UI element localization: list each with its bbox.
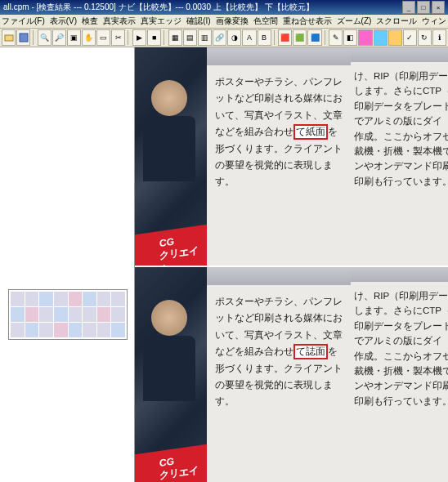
menu-zoom[interactable]: ズーム(Z) xyxy=(337,16,372,27)
menu-trueedge[interactable]: 真実エッジ xyxy=(141,16,181,27)
thumbnail-overview[interactable] xyxy=(8,289,128,340)
titlebar: all.cpm - [検査結果 --- 0.12500] ナビ【比較先】--- … xyxy=(0,0,448,15)
tool-fit-icon[interactable]: ▣ xyxy=(67,29,81,46)
tool-layer1-icon[interactable]: ▤ xyxy=(183,29,197,46)
tool-sync-icon[interactable]: 🔗 xyxy=(213,29,226,46)
menu-colorspace[interactable]: 色空間 xyxy=(253,16,278,27)
tool-save-icon[interactable] xyxy=(16,29,30,46)
tool-stop-icon[interactable]: ■ xyxy=(147,29,161,46)
tool-info-icon[interactable]: ℹ xyxy=(432,29,446,46)
tool-color1-icon[interactable] xyxy=(358,29,372,46)
compare-pane: CG クリエイター ポスターやチラシ、パンフレットなど印刷される媒体において、写… xyxy=(135,47,448,482)
svg-rect-0 xyxy=(5,35,13,41)
bottom-panel[interactable]: CG クリエイター ポスターやチラシ、パンフレットなど印刷される媒体において、写… xyxy=(135,266,448,482)
tool-diff-icon[interactable]: ◑ xyxy=(227,29,241,46)
diff-highlight-bot: て誌面 xyxy=(293,344,328,359)
tool-red-icon[interactable]: 🟥 xyxy=(278,29,292,46)
menu-imgconv[interactable]: 画像変換 xyxy=(216,16,249,27)
svg-rect-1 xyxy=(20,33,28,42)
menu-overlay[interactable]: 重ね合せ表示 xyxy=(283,16,332,27)
navigator-pane xyxy=(0,47,135,482)
min-button[interactable]: _ xyxy=(402,1,415,14)
right-text-bot: け、RIP（印刷用デー します。さらにCTP（ 印刷データをプレート でアルミの… xyxy=(351,267,448,482)
tool-eraser-icon[interactable]: ◧ xyxy=(343,29,357,46)
tool-blue-icon[interactable]: 🟦 xyxy=(307,29,321,46)
workspace: CG クリエイター ポスターやチラシ、パンフレットなど印刷される媒体において、写… xyxy=(0,47,448,482)
tool-select-icon[interactable]: ▭ xyxy=(96,29,110,46)
toolbar: 🔍 🔎 ▣ ✋ ▭ ✂ ▶ ■ ▦ ▤ ▥ 🔗 ◑ A B 🟥 🟩 🟦 ✎ ◧ … xyxy=(0,29,448,47)
right-text-top: け、RIP（印刷用デー します。さらにCTP（ 印刷データをプレート でアルミの… xyxy=(351,47,448,266)
tool-refresh-icon[interactable]: ↻ xyxy=(418,29,432,46)
tool-a-icon[interactable]: A xyxy=(242,29,256,46)
title-text: all.cpm - [検査結果 --- 0.12500] ナビ【比較先】--- … xyxy=(3,2,314,13)
tool-color3-icon[interactable] xyxy=(388,29,402,46)
tool-play-icon[interactable]: ▶ xyxy=(132,29,146,46)
menu-truedisp[interactable]: 真実表示 xyxy=(103,16,136,27)
tool-marker-icon[interactable]: ✎ xyxy=(329,29,343,46)
close-button[interactable]: × xyxy=(432,1,445,14)
tool-color2-icon[interactable] xyxy=(374,29,388,46)
top-panel[interactable]: CG クリエイター ポスターやチラシ、パンフレットなど印刷される媒体において、写… xyxy=(135,47,448,266)
tool-open-icon[interactable] xyxy=(2,29,16,46)
tool-zoomout-icon[interactable]: 🔎 xyxy=(52,29,66,46)
menubar: ファイル(F) 表示(V) 検査 真実表示 真実エッジ 確認(I) 画像変換 色… xyxy=(0,15,448,29)
tool-green-icon[interactable]: 🟩 xyxy=(293,29,307,46)
menu-confirm[interactable]: 確認(I) xyxy=(186,16,210,27)
menu-file[interactable]: ファイル(F) xyxy=(2,16,45,27)
menu-view[interactable]: 表示(V) xyxy=(50,16,77,27)
tool-grid-icon[interactable]: ▦ xyxy=(168,29,182,46)
tool-crop-icon[interactable]: ✂ xyxy=(111,29,125,46)
menu-inspect[interactable]: 検査 xyxy=(82,16,98,27)
tool-b-icon[interactable]: B xyxy=(258,29,271,46)
mid-text-bot: ポスターやチラシ、パンフレットなど印刷される媒体において、写真やイラスト、文章な… xyxy=(207,267,351,482)
tool-layer2-icon[interactable]: ▥ xyxy=(198,29,212,46)
max-button[interactable]: □ xyxy=(417,1,430,14)
mid-text-top: ポスターやチラシ、パンフレットなど印刷される媒体において、写真やイラスト、文章な… xyxy=(207,47,351,266)
tool-hand-icon[interactable]: ✋ xyxy=(82,29,96,46)
tool-check-icon[interactable]: ✓ xyxy=(403,29,417,46)
menu-window[interactable]: ウィンドウ(W) xyxy=(422,16,448,27)
tool-zoomin-icon[interactable]: 🔍 xyxy=(38,29,52,46)
menu-scroll[interactable]: スクロール xyxy=(376,16,417,27)
diff-highlight-top: て紙面 xyxy=(293,124,328,139)
